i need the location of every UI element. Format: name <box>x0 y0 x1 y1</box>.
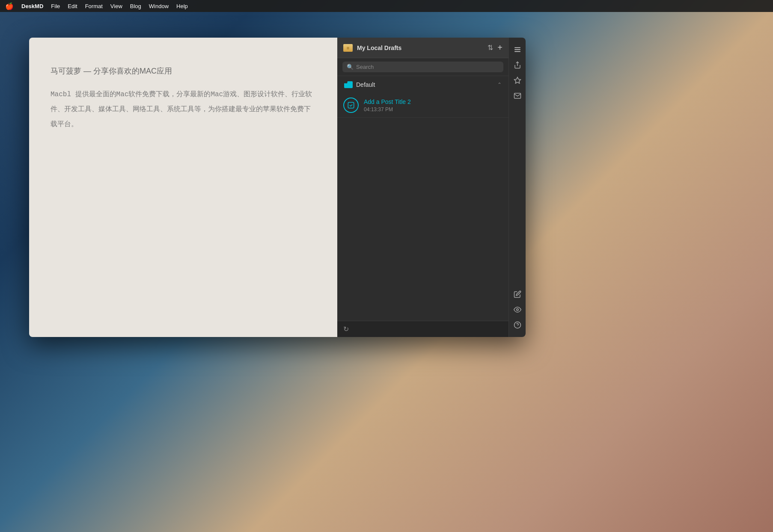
search-input-wrap: 🔍 <box>342 62 503 72</box>
eye-icon[interactable] <box>511 303 524 316</box>
sidebar-header: My Local Drafts ⇅ + <box>337 38 508 58</box>
menubar: 🍎 DeskMD File Edit Format View Blog Wind… <box>0 0 773 12</box>
app-window: 马可菠萝 — 分享你喜欢的MAC应用 Macbl 提供最全面的Mac软件免费下载… <box>29 38 526 337</box>
sidebar-main: My Local Drafts ⇅ + 🔍 <box>337 38 526 337</box>
sort-icon[interactable]: ⇅ <box>488 44 493 52</box>
search-bar: 🔍 <box>337 58 508 76</box>
draft-list: Add a Post Title 2 04:13:37 PM <box>337 93 508 337</box>
folder-icon <box>344 81 353 88</box>
sidebar-header-right: ⇅ + <box>488 43 502 53</box>
share-icon[interactable] <box>511 58 524 72</box>
folder-left: Default <box>344 81 375 88</box>
mail-icon[interactable] <box>511 89 524 103</box>
editor-line2: Macbl 提供最全面的Mac软件免费下载，分享最新的Mac游戏、图形设计软件、… <box>51 87 316 133</box>
star-icon[interactable] <box>511 74 524 87</box>
right-sidebar <box>508 38 526 337</box>
draft-item-icon <box>343 98 359 113</box>
menu-window[interactable]: Window <box>149 3 169 9</box>
draft-item-time: 04:13:37 PM <box>364 106 502 112</box>
refresh-icon[interactable]: ↻ <box>343 325 349 333</box>
folder-row[interactable]: Default ⌃ <box>342 79 503 91</box>
help-icon[interactable] <box>511 318 524 332</box>
sidebar-title: My Local Drafts <box>357 44 401 51</box>
menu-edit[interactable]: Edit <box>68 3 77 9</box>
menu-help[interactable]: Help <box>176 3 188 9</box>
apple-menu[interactable]: 🍎 <box>5 2 14 10</box>
draft-item-title: Add a Post Title 2 <box>364 98 502 105</box>
edit-icon[interactable] <box>511 287 524 301</box>
menu-view[interactable]: View <box>110 3 122 9</box>
menu-file[interactable]: File <box>51 3 60 9</box>
folder-name: Default <box>356 81 375 88</box>
draft-item[interactable]: Add a Post Title 2 04:13:37 PM <box>337 93 508 118</box>
editor-line1: 马可菠萝 — 分享你喜欢的MAC应用 <box>51 63 316 79</box>
sidebar-header-left: My Local Drafts <box>343 44 401 52</box>
svg-marker-5 <box>514 77 520 83</box>
editor-pane[interactable]: 马可菠萝 — 分享你喜欢的MAC应用 Macbl 提供最全面的Mac软件免费下载… <box>29 38 337 337</box>
list-view-icon[interactable] <box>511 43 524 56</box>
search-input[interactable] <box>356 64 499 70</box>
search-icon: 🔍 <box>347 64 354 70</box>
bottom-bar: ↻ <box>337 321 508 337</box>
sidebar-container: My Local Drafts ⇅ + 🔍 <box>337 38 526 337</box>
app-name[interactable]: DeskMD <box>21 3 43 9</box>
menu-format[interactable]: Format <box>85 3 103 9</box>
editor-content: 马可菠萝 — 分享你喜欢的MAC应用 Macbl 提供最全面的Mac软件免费下载… <box>51 63 316 133</box>
sidebar: My Local Drafts ⇅ + 🔍 <box>337 38 508 337</box>
add-draft-button[interactable]: + <box>497 43 502 53</box>
folder-chevron-icon: ⌃ <box>497 82 502 88</box>
svg-rect-0 <box>348 102 354 108</box>
menu-blog[interactable]: Blog <box>130 3 141 9</box>
drafts-icon <box>343 44 353 52</box>
svg-point-6 <box>516 309 518 311</box>
draft-item-info: Add a Post Title 2 04:13:37 PM <box>364 98 502 112</box>
folder-section: Default ⌃ <box>337 76 508 93</box>
